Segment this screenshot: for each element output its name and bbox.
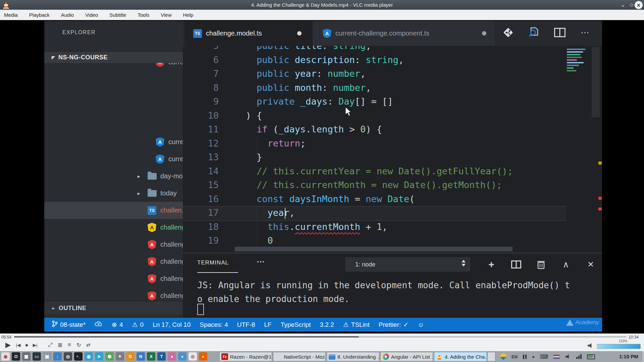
taskbar-window-4-adding-the-cha[interactable]: 4. Adding the Cha...: [434, 352, 487, 361]
tree-item-challeng[interactable]: Achalleng...U: [44, 219, 183, 236]
panel-divider[interactable]: [183, 253, 602, 253]
menu-help[interactable]: Help: [183, 12, 194, 18]
more-actions-icon[interactable]: ⋯: [579, 26, 592, 39]
split-editor-icon[interactable]: [553, 26, 566, 39]
close-button[interactable]: ×: [635, 1, 643, 10]
code-editor[interactable]: 5 public title: string,6 public descript…: [183, 46, 602, 253]
status-eol[interactable]: LF: [264, 321, 272, 328]
status-prettier[interactable]: Prettier:✓: [379, 321, 409, 328]
stop-button[interactable]: ■: [22, 343, 31, 348]
launcher-chat-icon[interactable]: ●: [168, 352, 176, 361]
play-button[interactable]: ▶: [2, 341, 14, 349]
tray-media-pause-icon[interactable]: [523, 355, 527, 359]
tray-wallet-shield-icon[interactable]: [500, 353, 506, 360]
volume-slider[interactable]: [597, 344, 641, 349]
search-file-icon[interactable]: [527, 26, 540, 39]
taskbar-window-nativescript-moz[interactable]: NativeScript - Moz...: [273, 352, 326, 361]
new-terminal-icon[interactable]: +: [486, 257, 497, 272]
launcher-disk-icon[interactable]: ●: [178, 352, 186, 361]
tree-item-current-cha[interactable]: Acurrent-cha...: [44, 150, 183, 168]
tray-audio-volume-icon[interactable]: [565, 354, 571, 359]
launcher-package-icon[interactable]: ⬢: [105, 352, 114, 361]
taskbar-window-angular-api-list[interactable]: Angular - API List ...: [380, 352, 433, 361]
tree-item-day-modal[interactable]: ▸day-modal: [44, 168, 183, 185]
launcher-target-app-icon[interactable]: ◎: [189, 352, 197, 361]
menu-media[interactable]: Media: [4, 12, 18, 18]
status-ts-version[interactable]: 3.2.2: [320, 321, 334, 328]
status-sync[interactable]: [95, 320, 103, 329]
launcher-build-tools-icon[interactable]: ✦: [116, 352, 124, 361]
launcher-downloads-icon[interactable]: ↓: [53, 352, 62, 361]
tree-item-challenges-m[interactable]: Achallenges.m...: [44, 270, 183, 287]
launcher-launcher-menu-icon[interactable]: ◉: [1, 352, 10, 361]
tray-flag-icon[interactable]: [553, 355, 560, 359]
menu-playback[interactable]: Playback: [29, 12, 50, 18]
launcher-files-icon[interactable]: ▣: [43, 352, 51, 361]
launcher-suse-gecko-icon[interactable]: G: [126, 352, 135, 361]
taskbar-window-razen-razen-1[interactable]: FzRazen - Razen@1...: [219, 352, 272, 361]
menu-subtitle[interactable]: Subtitle: [109, 12, 126, 18]
status-indentation[interactable]: Spaces: 4: [200, 321, 228, 328]
launcher-thunderbird-icon[interactable]: T: [157, 352, 166, 361]
next-button[interactable]: ▶|: [31, 343, 39, 348]
close-panel-icon[interactable]: ✕: [585, 257, 596, 272]
vertical-scrollbar[interactable]: [592, 47, 600, 117]
fullscreen-button[interactable]: ⤢: [45, 342, 55, 348]
tray-status-dot-icon[interactable]: ●: [532, 354, 535, 359]
status-tslint[interactable]: ⚠TSLint: [343, 321, 370, 328]
loop-button[interactable]: ↻: [74, 342, 84, 348]
status-feedback-smiley[interactable]: ☺: [418, 321, 424, 328]
tree-item-today[interactable]: ▸today: [44, 185, 183, 202]
project-section-header[interactable]: ◤ NS-NG-COURSE: [44, 52, 183, 63]
launcher-terminal-app-icon[interactable]: >_: [74, 352, 83, 361]
status-problems-errors[interactable]: ⊗4: [112, 321, 123, 328]
show-desktop-button[interactable]: [642, 351, 644, 362]
status-encoding[interactable]: UTF-8: [237, 321, 255, 328]
kill-terminal-icon[interactable]: [535, 257, 547, 272]
tree-item-current-cha[interactable]: Acurrent-cha...: [44, 63, 183, 71]
extended-settings-button[interactable]: ≣: [55, 342, 65, 349]
terminal-select[interactable]: 1: node: [345, 257, 471, 272]
launcher-notes-icon[interactable]: N: [137, 352, 145, 361]
tray-keyboard-icon[interactable]: ⌨: [540, 353, 548, 360]
launcher-screenshot-icon[interactable]: ◎: [64, 352, 72, 361]
status-language-mode[interactable]: TypeScript: [281, 321, 311, 328]
taskbar-window-8-understanding[interactable]: 8. Understanding ...: [327, 352, 379, 361]
status-problems-warnings[interactable]: ⚠0: [132, 321, 144, 328]
maximize-panel-icon[interactable]: ∧: [560, 257, 572, 272]
playlist-button[interactable]: ≡: [65, 342, 74, 348]
launcher-opera-icon[interactable]: O: [12, 352, 20, 361]
tray-network-icon[interactable]: [576, 354, 582, 359]
taskbar-window-partial[interactable]: [487, 352, 495, 361]
tab-challenge-model[interactable]: TS challenge.model.ts: [184, 21, 313, 46]
launcher-display-icon[interactable]: ▭: [33, 352, 41, 361]
random-button[interactable]: ⇄: [84, 342, 93, 348]
launcher-web-globe-icon[interactable]: ◍: [85, 352, 93, 361]
tree-item-challenges-ro[interactable]: Achallenges-ro...: [44, 236, 183, 253]
status-cursor-position[interactable]: Ln 17, Col 10: [153, 321, 191, 328]
menu-video[interactable]: Video: [85, 12, 98, 18]
outline-section-header[interactable]: ▸ OUTLINE: [44, 301, 183, 315]
tray-battery-icon[interactable]: [587, 354, 595, 359]
tray-keyboard-layout-icon[interactable]: EN: [512, 354, 518, 359]
tab-terminal[interactable]: TERMINAL: [197, 259, 229, 266]
tree-item-current-cha[interactable]: Acurrent-cha...: [44, 133, 183, 150]
menu-view[interactable]: View: [161, 12, 171, 18]
launcher-telegram-icon[interactable]: ➤: [95, 352, 103, 361]
horizontal-scrollbar[interactable]: [235, 247, 513, 251]
tree-item-challenges-ro[interactable]: Achallenges-ro...: [44, 253, 183, 270]
menu-audio[interactable]: Audio: [61, 12, 74, 18]
status-branch[interactable]: 08-state*: [52, 320, 86, 329]
split-terminal-icon[interactable]: [511, 257, 522, 272]
tree-item-challenges-m[interactable]: Achallenges.m...: [44, 287, 183, 301]
clock[interactable]: 1:10 PM: [619, 351, 638, 362]
previous-button[interactable]: |◀: [14, 343, 22, 348]
launcher-spreadsheet-icon[interactable]: X: [147, 352, 155, 361]
terminal-more-icon[interactable]: •••: [257, 259, 265, 264]
launcher-firefox-launcher-icon[interactable]: ●: [199, 352, 207, 361]
tree-item-challen[interactable]: TSchallen...4, U: [44, 202, 183, 219]
launcher-widgets-icon[interactable]: ▦: [22, 352, 31, 361]
git-compare-icon[interactable]: [502, 26, 515, 39]
tab-current-challenge-component[interactable]: A current-challenge.component.ts: [313, 21, 495, 46]
menu-tools[interactable]: Tools: [138, 12, 149, 18]
